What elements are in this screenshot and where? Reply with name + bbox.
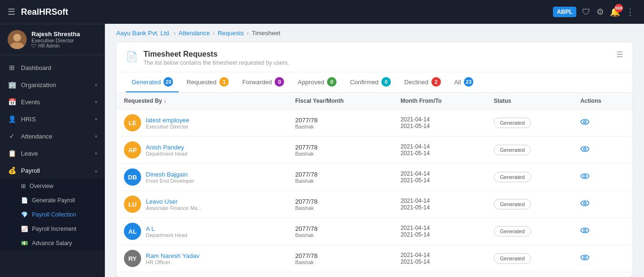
col-fiscal-year: Fiscal Year/Month	[287, 93, 393, 109]
shield-icon[interactable]: 🛡	[582, 7, 591, 17]
settings-icon[interactable]: ⚙	[596, 7, 604, 17]
breadcrumb-requests[interactable]: Requests	[218, 30, 244, 37]
company-badge: ABPL	[553, 7, 576, 17]
employee-name[interactable]: Leavo User	[146, 198, 202, 205]
status-badge: Generated	[494, 118, 531, 128]
tab-approved[interactable]: Approved0	[292, 72, 342, 92]
breadcrumb-company[interactable]: Aayu Bank Pvt. Ltd.	[116, 30, 171, 37]
status-cell: Generated	[486, 245, 573, 272]
col-requested-by[interactable]: Requested By ↓	[116, 93, 287, 109]
filter-icon[interactable]: ☰	[616, 50, 623, 59]
sidebar-item-generate-payroll[interactable]: 📄 Generate Payroll	[0, 193, 105, 208]
notification-badge: 569	[614, 4, 623, 12]
svg-point-13	[584, 256, 586, 258]
employee-name[interactable]: A L	[146, 225, 187, 232]
nav-menu: ⊞ Dashboard 🏢 Organization ▾ 📅 Events ▾ …	[0, 55, 105, 277]
tab-label: Generated	[132, 79, 161, 86]
tab-requested[interactable]: Requested1	[181, 72, 235, 92]
actions-cell	[572, 191, 633, 218]
status-badge: Generated	[494, 172, 531, 182]
employee-cell: RY Ram Naresh Yadav HR Officer	[124, 250, 280, 267]
status-cell: Generated	[486, 164, 573, 191]
card-subtitle: The list below contains the timesheet re…	[143, 59, 289, 66]
breadcrumb-separator: ›	[247, 30, 249, 37]
status-cell: Generated	[486, 191, 573, 218]
employee-cell: LU Leavo User Associate Finance Ma...	[124, 196, 280, 213]
sidebar-item-dashboard[interactable]: ⊞ Dashboard	[0, 59, 105, 76]
actions-cell	[572, 109, 633, 137]
payroll-collection-icon: 💎	[21, 211, 28, 218]
view-button[interactable]	[580, 117, 590, 129]
tab-confirmed[interactable]: Confirmed0	[344, 72, 397, 92]
sort-icon: ↓	[164, 98, 166, 104]
view-button[interactable]	[580, 198, 590, 210]
sidebar-item-overview[interactable]: ⊞ Overview	[0, 179, 105, 193]
sidebar-sub-label: Payroll Increment	[32, 226, 76, 232]
employee-cell: AP Anish Pandey Department Head	[124, 141, 280, 158]
timesheet-table: Requested By ↓ Fiscal Year/Month Month F…	[116, 93, 633, 277]
hamburger-icon[interactable]: ☰	[8, 7, 15, 17]
sidebar: ☰ RealHRSoft Rajesh Shrestha Executive D…	[0, 0, 105, 277]
svg-point-5	[584, 148, 586, 150]
sidebar-item-advance-salary[interactable]: 💵 Advance Salary	[0, 236, 105, 250]
employee-name[interactable]: Anish Pandey	[146, 144, 187, 151]
shield-icon: 🛡	[31, 43, 36, 49]
fiscal-cell: 2077/78 Baishak	[287, 137, 393, 164]
chevron-down-icon: ▾	[95, 82, 97, 88]
svg-point-4	[581, 147, 589, 151]
status-badge: Generated	[494, 199, 531, 209]
employee-name[interactable]: Dinesh Bajgain	[146, 171, 194, 178]
sidebar-item-events[interactable]: 📅 Events ▾	[0, 93, 105, 110]
table-row: AL A L Department Head 2077/78 Baishak 2…	[116, 218, 633, 245]
sidebar-item-attendance[interactable]: ✓ Attendance ▾	[0, 128, 105, 145]
breadcrumb-attendance[interactable]: Attendance	[179, 30, 210, 37]
sidebar-item-label: Events	[21, 99, 90, 106]
sidebar-item-payroll[interactable]: 💰 Payroll ▴	[0, 162, 105, 179]
sidebar-item-label: Attendance	[21, 133, 90, 140]
generate-payroll-icon: 📄	[21, 197, 28, 204]
view-button[interactable]	[580, 226, 590, 237]
svg-point-12	[581, 255, 589, 260]
view-button[interactable]	[580, 253, 590, 265]
status-badge: Generated	[494, 253, 531, 264]
sidebar-item-leave[interactable]: 📋 Leave ▾	[0, 145, 105, 162]
sidebar-sub-label: Overview	[30, 183, 53, 189]
sidebar-item-organization[interactable]: 🏢 Organization ▾	[0, 76, 105, 93]
view-button[interactable]	[580, 171, 590, 183]
dashboard-icon: ⊞	[8, 64, 16, 71]
fiscal-cell: 2077/78 Baishak	[287, 218, 393, 245]
attendance-icon: ✓	[8, 132, 16, 140]
payroll-icon: 💰	[8, 167, 16, 174]
leave-icon: 📋	[8, 149, 16, 157]
table-row: AB Abhisohk Bhakta Shro... Business Deve…	[116, 272, 633, 277]
employee-info: Ram Naresh Yadav HR Officer	[146, 252, 199, 265]
view-button[interactable]	[580, 144, 590, 156]
user-role: 🛡 HR Admin	[31, 43, 97, 49]
employee-name[interactable]: Ram Naresh Yadav	[146, 252, 199, 259]
avatar: AP	[124, 141, 141, 158]
more-options-icon[interactable]: ⋮	[626, 7, 634, 17]
events-icon: 📅	[8, 98, 16, 106]
notifications-icon[interactable]: 🔔 569	[610, 7, 620, 17]
overview-icon: ⊞	[21, 183, 26, 189]
sidebar-sub-label: Payroll Collection	[32, 211, 76, 218]
user-title: Executive Director	[31, 38, 97, 43]
tab-forwarded[interactable]: Forwarded0	[236, 72, 290, 92]
tab-all[interactable]: All23	[449, 72, 479, 92]
date-cell: 2021-04-14 2021-05-14	[393, 191, 486, 218]
tab-declined[interactable]: Declined2	[399, 72, 447, 92]
sidebar-item-hris[interactable]: 👤 HRIS ▾	[0, 110, 105, 128]
breadcrumb: Aayu Bank Pvt. Ltd. › Attendance › Reque…	[105, 24, 644, 42]
avatar: RY	[124, 250, 141, 267]
sidebar-item-label: HRIS	[21, 116, 90, 123]
svg-point-7	[584, 175, 586, 177]
card-title: Timesheet Requests	[143, 50, 289, 59]
sidebar-item-payroll-collection[interactable]: 💎 Payroll Collection	[0, 208, 105, 222]
svg-point-1	[10, 42, 24, 49]
sidebar-item-payroll-increment[interactable]: 📈 Payroll Increment	[0, 222, 105, 236]
tab-generated[interactable]: Generated20	[126, 72, 179, 92]
payroll-increment-icon: 📈	[21, 226, 28, 232]
status-cell: Generated	[486, 218, 573, 245]
tab-label: Forwarded	[242, 79, 272, 86]
employee-name[interactable]: latest employee	[146, 117, 189, 124]
